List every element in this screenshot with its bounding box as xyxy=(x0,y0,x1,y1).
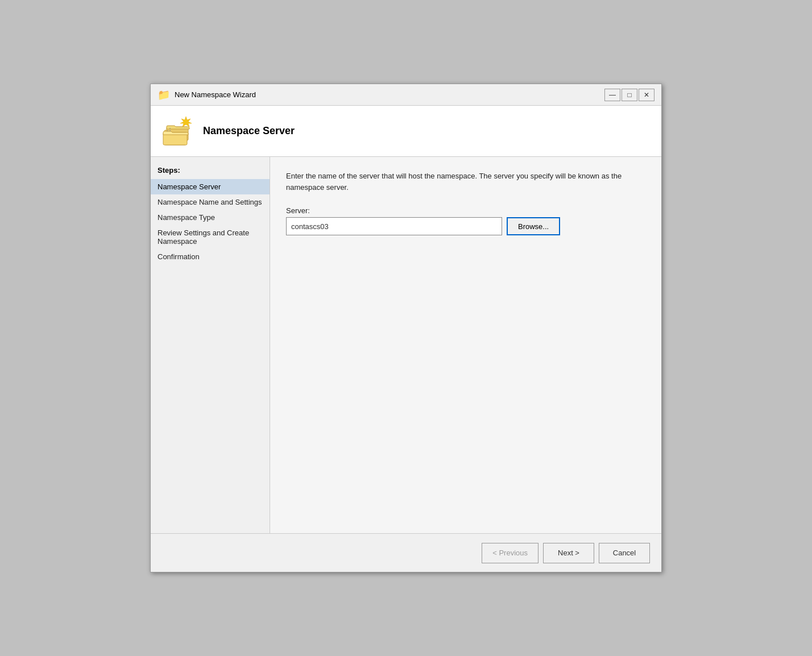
server-input[interactable] xyxy=(286,217,502,235)
server-row: Browse... xyxy=(286,217,645,235)
footer: < Previous Next > Cancel xyxy=(151,533,661,572)
wizard-window: 📁 New Namespace Wizard — □ ✕ xyxy=(150,84,662,572)
sidebar-item-review-settings[interactable]: Review Settings and Create Namespace xyxy=(151,225,270,249)
content-area: Enter the name of the server that will h… xyxy=(270,157,661,533)
svg-marker-3 xyxy=(180,117,192,127)
sidebar-item-namespace-type[interactable]: Namespace Type xyxy=(151,210,270,225)
sidebar: Steps: Namespace Server Namespace Name a… xyxy=(151,157,270,533)
sidebar-item-namespace-name-settings[interactable]: Namespace Name and Settings xyxy=(151,194,270,210)
title-bar-icon: 📁 xyxy=(158,89,170,101)
header-icon xyxy=(162,115,194,147)
main-content: Steps: Namespace Server Namespace Name a… xyxy=(151,157,661,533)
header-section: Namespace Server xyxy=(151,106,661,157)
minimize-button[interactable]: — xyxy=(604,89,620,101)
maximize-button[interactable]: □ xyxy=(622,89,637,101)
next-button[interactable]: Next > xyxy=(543,543,594,563)
description-text: Enter the name of the server that will h… xyxy=(286,171,645,193)
previous-button[interactable]: < Previous xyxy=(482,543,538,563)
title-bar-left: 📁 New Namespace Wizard xyxy=(158,89,256,101)
server-label: Server: xyxy=(286,206,645,215)
sidebar-item-namespace-server[interactable]: Namespace Server xyxy=(151,179,270,194)
title-bar-title: New Namespace Wizard xyxy=(175,90,256,99)
title-bar: 📁 New Namespace Wizard — □ ✕ xyxy=(151,84,661,106)
sidebar-item-confirmation[interactable]: Confirmation xyxy=(151,249,270,264)
cancel-button[interactable]: Cancel xyxy=(599,543,650,563)
title-bar-controls: — □ ✕ xyxy=(604,89,654,101)
sidebar-steps-label: Steps: xyxy=(151,164,270,179)
close-button[interactable]: ✕ xyxy=(639,89,654,101)
header-title: Namespace Server xyxy=(203,125,295,137)
browse-button[interactable]: Browse... xyxy=(507,217,560,235)
